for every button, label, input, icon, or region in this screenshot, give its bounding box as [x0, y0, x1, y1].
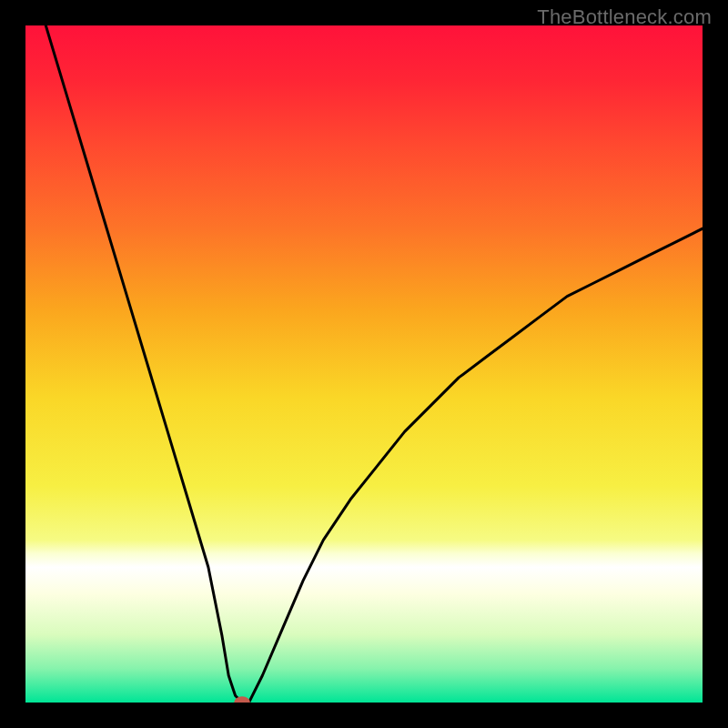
plot-area: [25, 25, 703, 703]
watermark-text: TheBottleneck.com: [537, 5, 712, 29]
chart-frame: TheBottleneck.com: [0, 0, 728, 728]
bottleneck-curve: [46, 25, 703, 703]
curve-layer: [25, 25, 703, 703]
